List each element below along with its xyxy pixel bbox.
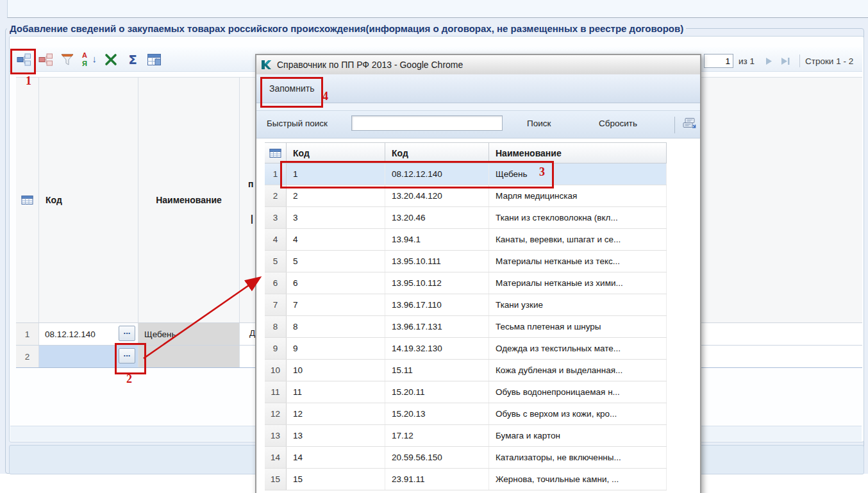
id-cell: 3	[287, 207, 385, 228]
id-cell: 7	[287, 294, 385, 315]
name-cell: Щебень	[489, 163, 667, 185]
main-column-code[interactable]: Код	[39, 78, 138, 322]
pager: из 1 Строки 1 - 2	[704, 53, 853, 69]
directory-row[interactable]: 11 11 15.20.11 Обувь водонепроницаемая н…	[265, 381, 667, 403]
next-page-icon[interactable]	[765, 57, 773, 65]
directory-row[interactable]: 7 7 13.96.17.110 Ткани узкие	[265, 294, 667, 316]
filter-icon[interactable]	[58, 50, 77, 69]
row-number: 15	[265, 469, 287, 490]
name-cell: Жернова, точильные камни, ...	[489, 469, 667, 490]
name-cell: Канаты, веревки, шпагат и се...	[489, 229, 667, 250]
id-cell: 8	[287, 316, 385, 337]
column-name[interactable]: Наименование	[489, 143, 667, 163]
popup-menubar: Запомнить	[256, 74, 700, 103]
code-cell: 08.12.12.140	[385, 163, 489, 185]
row-number: 8	[265, 316, 287, 337]
lookup-button[interactable]: ...	[119, 348, 135, 363]
code-cell: 13.20.46	[385, 207, 489, 228]
column-code-2[interactable]: Код	[385, 143, 489, 163]
add-record-icon[interactable]	[14, 50, 33, 69]
id-cell: 12	[287, 403, 385, 424]
code-cell[interactable]: ...	[39, 346, 138, 367]
screen: Добавление сведений о закупаемых товарах…	[0, 0, 868, 493]
row-number: 6	[265, 272, 287, 294]
sort-icon[interactable]: А Я ↓	[79, 50, 99, 69]
name-cell: Обувь с верхом из кожи, кро...	[489, 403, 667, 424]
code-cell: 15.20.11	[385, 381, 489, 403]
main-column-name[interactable]: Наименование	[138, 78, 240, 322]
directory-row[interactable]: 9 9 14.19.32.130 Одежда из текстильных м…	[265, 338, 667, 360]
page-of-label: из 1	[739, 56, 755, 66]
id-cell: 14	[287, 447, 385, 468]
directory-row[interactable]: 8 8 13.96.17.131 Тесьма плетеная и шнуры	[265, 316, 667, 338]
code-cell: 23.91.11	[385, 469, 489, 490]
name-cell: Щебень	[138, 323, 240, 345]
code-cell[interactable]: 08.12.12.140 ...	[39, 323, 138, 345]
directory-row[interactable]: 14 14 20.59.56.150 Катализаторы, не вклю…	[265, 447, 667, 469]
directory-row[interactable]: 2 2 13.20.44.120 Марля медицинская	[265, 185, 667, 207]
delete-record-icon[interactable]	[36, 50, 55, 69]
reset-button[interactable]: Сбросить	[599, 119, 637, 128]
directory-row[interactable]: 6 6 13.95.10.112 Материалы нетканые из х…	[265, 272, 667, 294]
name-cell: Катализаторы, не включенны...	[489, 447, 667, 468]
directory-row[interactable]: 13 13 17.12 Бумага и картон	[265, 425, 667, 447]
id-cell: 10	[287, 360, 385, 381]
lookup-button[interactable]: ...	[119, 326, 135, 341]
table-icon	[21, 195, 33, 205]
row-number: 4	[265, 229, 287, 250]
id-cell: 1	[287, 163, 385, 185]
column-code-1[interactable]: Код	[287, 143, 385, 163]
directory-header: Код Код Наименование	[265, 142, 667, 163]
directory-row[interactable]: 12 12 15.20.13 Обувь с верхом из кожи, к…	[265, 403, 667, 425]
select-all-cell[interactable]	[265, 143, 287, 163]
save-button[interactable]: Запомнить	[269, 83, 315, 94]
id-cell: 5	[287, 251, 385, 272]
directory-row[interactable]: 1 1 08.12.12.140 Щебень	[265, 163, 667, 185]
row-number: 5	[265, 251, 287, 272]
name-cell	[138, 346, 240, 367]
grid-settings-icon[interactable]	[145, 50, 164, 69]
select-all-cell[interactable]	[16, 78, 39, 322]
column-settings-icon[interactable]	[682, 117, 697, 133]
popup-title: Справочник по ПП РФ 2013 - Google Chrome	[277, 60, 463, 70]
menubar-gap	[256, 103, 700, 110]
excel-export-icon[interactable]	[101, 50, 121, 69]
search-button[interactable]: Поиск	[527, 119, 551, 128]
directory-row[interactable]: 10 10 15.11 Кожа дубленая и выделанная..…	[265, 360, 667, 381]
row-number: 2	[16, 346, 39, 367]
top-panel	[7, 0, 868, 18]
row-number: 2	[265, 185, 287, 206]
sum-icon[interactable]: Σ	[123, 50, 142, 69]
row-number: 11	[265, 381, 287, 403]
name-cell: Ткани узкие	[489, 294, 667, 315]
directory-row[interactable]: 5 5 13.95.10.111 Материалы нетканые из т…	[265, 251, 667, 272]
id-cell: 9	[287, 338, 385, 359]
popup-titlebar[interactable]: Справочник по ПП РФ 2013 - Google Chrome	[256, 55, 700, 75]
last-page-icon[interactable]	[781, 57, 790, 65]
app-logo-icon	[260, 59, 272, 71]
name-cell: Материалы нетканые из текс...	[489, 251, 667, 272]
id-cell: 13	[287, 425, 385, 446]
quick-search-input[interactable]	[351, 115, 503, 131]
directory-row[interactable]: 4 4 13.94.1 Канаты, веревки, шпагат и се…	[265, 229, 667, 251]
row-number: 1	[265, 163, 287, 185]
rows-range-label: Строки 1 - 2	[805, 56, 853, 66]
name-cell: Бумага и картон	[489, 425, 667, 446]
name-cell: Обувь водонепроницаемая н...	[489, 381, 667, 403]
code-cell: 20.59.56.150	[385, 447, 489, 468]
row-number: 9	[265, 338, 287, 359]
code-cell: 13.20.44.120	[385, 185, 489, 206]
row-number: 7	[265, 294, 287, 315]
row-number: 10	[265, 360, 287, 381]
id-cell: 15	[287, 469, 385, 490]
row-number: 13	[265, 425, 287, 446]
search-separator	[674, 117, 675, 133]
page-number-input[interactable]	[704, 54, 733, 68]
name-cell: Марля медицинская	[489, 185, 667, 206]
id-cell: 4	[287, 229, 385, 250]
directory-row[interactable]: 3 3 13.20.46 Ткани из стекловолокна (вкл…	[265, 207, 667, 229]
directory-row[interactable]: 15 15 23.91.11 Жернова, точильные камни,…	[265, 469, 667, 490]
code-cell: 15.20.13	[385, 403, 489, 424]
pager-separator	[799, 54, 800, 67]
name-cell: Тесьма плетеная и шнуры	[489, 316, 667, 337]
